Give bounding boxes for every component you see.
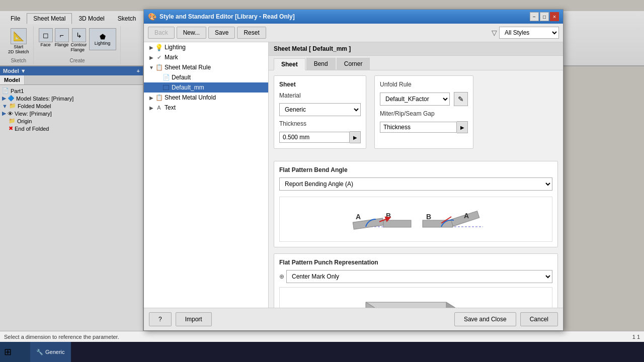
- tree-item-lighting[interactable]: ▶ 💡 Lighting: [144, 42, 268, 52]
- sheet-metal-unfold-icon: 📋: [155, 94, 163, 102]
- dialog-footer: ? Import Save and Close Cancel: [144, 308, 563, 330]
- svg-text:B: B: [426, 213, 431, 221]
- miter-row: Miter/Rip/Seam Gap: [380, 110, 468, 117]
- tree-label-mark: Mark: [165, 54, 178, 61]
- back-button[interactable]: Back: [148, 27, 175, 39]
- tree-label-lighting: Lighting: [165, 44, 186, 51]
- unfold-rule-label: Unfold Rule: [380, 81, 420, 88]
- content-panel: Sheet Metal [ Default_mm ] Sheet Bend Co…: [269, 42, 563, 308]
- dialog-title: Style and Standard Editor [Library - Rea…: [159, 13, 295, 20]
- tree-expand-lighting: ▶: [148, 44, 155, 51]
- sheet-section: Sheet Material Generic Aluminum Steel: [274, 75, 366, 149]
- tree-item-text[interactable]: ▶ A Text: [144, 103, 268, 113]
- bend-angle-section: Flat Pattern Bend Angle Report Bending A…: [274, 161, 558, 247]
- help-button[interactable]: ?: [149, 312, 172, 326]
- maximize-btn[interactable]: □: [540, 12, 549, 21]
- miter-input[interactable]: [380, 122, 457, 133]
- dialog-titlebar: 🎨 Style and Standard Editor [Library - R…: [144, 10, 563, 24]
- tree-expand-sheet-metal-rule: ▼: [148, 64, 155, 71]
- style-header: Sheet Metal [ Default_mm ]: [269, 42, 563, 56]
- filter-icon: ▽: [492, 29, 497, 37]
- unfold-rule-select[interactable]: Default_KFactor Linear KFactor Bend Tabl…: [380, 93, 450, 106]
- svg-text:A: A: [356, 213, 361, 221]
- tree-label-default: Default: [172, 74, 191, 81]
- tree-item-sheet-metal-unfold[interactable]: ▶ 📋 Sheet Metal Unfold: [144, 93, 268, 103]
- styles-filter-select[interactable]: All Styles Local Styles Standard Styles: [499, 27, 559, 39]
- statusbar-coords: 1 1: [632, 334, 640, 340]
- dialog-toolbar: Back New... Save Reset ▽ All Styles Loca…: [144, 24, 563, 42]
- save-close-button[interactable]: Save and Close: [454, 312, 516, 326]
- tree-item-default-mm[interactable]: Default_mm: [144, 82, 268, 93]
- style-header-title: Sheet Metal [ Default_mm ]: [274, 45, 351, 52]
- svg-text:A: A: [464, 212, 469, 220]
- close-btn[interactable]: ×: [550, 12, 559, 21]
- minimize-btn[interactable]: −: [530, 12, 539, 21]
- taskbar-app[interactable]: 🔧 Generic: [30, 342, 71, 362]
- tab-bend[interactable]: Bend: [306, 58, 336, 70]
- tabs-row: Sheet Bend Corner: [269, 56, 563, 70]
- thickness-expand-btn[interactable]: ▶: [350, 131, 361, 143]
- import-button[interactable]: Import: [176, 312, 212, 326]
- statusbar-text: Select a dimension to reference the para…: [4, 334, 119, 340]
- cancel-button[interactable]: Cancel: [520, 312, 558, 326]
- tab-sheet[interactable]: Sheet: [274, 58, 305, 70]
- tree-item-sheet-metal-rule[interactable]: ▼ 📋 Sheet Metal Rule: [144, 62, 268, 72]
- mark-icon: ✔: [155, 53, 163, 61]
- tree-label-text: Text: [165, 104, 176, 111]
- tree-expand-text: ▶: [148, 104, 155, 111]
- tab-corner[interactable]: Corner: [337, 58, 370, 70]
- tree-item-default[interactable]: 📄 Default: [144, 72, 268, 82]
- sheet-tab-content: Sheet Material Generic Aluminum Steel: [269, 70, 563, 308]
- punch-preview: ↖: [279, 287, 552, 308]
- tree-label-default-mm: Default_mm: [172, 84, 204, 91]
- text-icon: A: [155, 104, 163, 112]
- bend-angle-diagram: A B: [279, 197, 552, 242]
- start-btn[interactable]: ⊞: [0, 342, 30, 362]
- svg-marker-14: [446, 302, 466, 308]
- taskbar: ⊞ 🔧 Generic: [0, 342, 644, 362]
- default-icon: 📄: [162, 73, 170, 81]
- unfold-section: Unfold Rule Default_KFactor Linear KFact…: [374, 75, 473, 149]
- tree-expand-mark: ▶: [148, 54, 155, 61]
- sheet-section-title: Sheet: [279, 81, 361, 88]
- styles-tree: ▶ 💡 Lighting ▶ ✔ Mark ▼ 📋 Sheet Metal Ru…: [144, 42, 269, 308]
- thickness-input[interactable]: [279, 132, 350, 143]
- reset-button[interactable]: Reset: [237, 27, 266, 39]
- thickness-label: Thickness: [279, 120, 319, 127]
- punch-section: Flat Pattern Punch Representation ⊕ Cent…: [274, 253, 558, 308]
- tree-expand-unfold: ▶: [148, 94, 155, 101]
- unfold-rule-row: Unfold Rule: [380, 81, 468, 88]
- material-label: Material: [279, 92, 319, 99]
- tree-item-mark[interactable]: ▶ ✔ Mark: [144, 52, 268, 62]
- unfold-rule-edit-btn[interactable]: ✎: [454, 92, 468, 106]
- bend-angle-title: Flat Pattern Bend Angle: [279, 166, 552, 173]
- new-button[interactable]: New...: [177, 27, 206, 39]
- miter-expand-btn[interactable]: ▶: [457, 121, 468, 133]
- save-button[interactable]: Save: [208, 27, 235, 39]
- default-mm-icon: [162, 83, 170, 92]
- thickness-row: Thickness: [279, 120, 361, 127]
- tree-label-sheet-metal-unfold: Sheet Metal Unfold: [165, 94, 216, 101]
- tree-label-sheet-metal-rule: Sheet Metal Rule: [165, 64, 211, 71]
- svg-rect-2: [383, 220, 411, 227]
- punch-select[interactable]: Center Mark Only Full Feature No Punch R…: [286, 270, 552, 283]
- statusbar: Select a dimension to reference the para…: [0, 331, 644, 342]
- punch-title: Flat Pattern Punch Representation: [279, 259, 552, 266]
- style-editor-dialog: 🎨 Style and Standard Editor [Library - R…: [143, 9, 564, 331]
- material-row: Material: [279, 92, 361, 99]
- bend-angle-select[interactable]: Report Bending Angle (A) Report Compleme…: [279, 177, 552, 191]
- svg-rect-7: [423, 220, 453, 227]
- material-select[interactable]: Generic Aluminum Steel: [279, 103, 361, 116]
- sheet-metal-rule-icon: 📋: [155, 63, 163, 71]
- miter-label: Miter/Rip/Seam Gap: [380, 110, 435, 117]
- lightbulb-icon: 💡: [155, 43, 163, 51]
